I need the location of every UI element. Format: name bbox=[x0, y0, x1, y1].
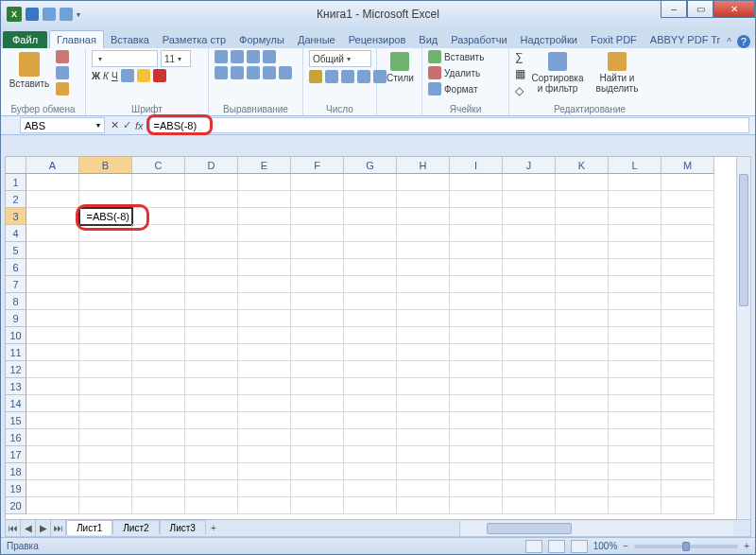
cell-C15[interactable] bbox=[132, 412, 185, 429]
cell-M5[interactable] bbox=[662, 242, 714, 259]
cell-A2[interactable] bbox=[26, 191, 79, 208]
comma-icon[interactable] bbox=[341, 70, 354, 83]
cell-M11[interactable] bbox=[662, 344, 714, 361]
sort-filter-button[interactable]: Сортировка и фильтр bbox=[529, 50, 586, 95]
cell-G1[interactable] bbox=[344, 174, 397, 191]
bold-button[interactable]: Ж bbox=[92, 71, 100, 81]
cell-A8[interactable] bbox=[26, 293, 79, 310]
cell-I4[interactable] bbox=[450, 225, 503, 242]
cell-J8[interactable] bbox=[503, 293, 556, 310]
cell-J6[interactable] bbox=[503, 259, 556, 276]
cell-L10[interactable] bbox=[609, 327, 662, 344]
cell-I9[interactable] bbox=[450, 310, 503, 327]
cell-I15[interactable] bbox=[450, 412, 503, 429]
tab-addins[interactable]: Надстройки bbox=[514, 31, 584, 48]
align-center-icon[interactable] bbox=[231, 66, 244, 79]
align-bottom-icon[interactable] bbox=[247, 50, 260, 63]
file-tab[interactable]: Файл bbox=[3, 31, 47, 48]
row-header-8[interactable]: 8 bbox=[6, 293, 26, 310]
cell-B10[interactable] bbox=[79, 327, 132, 344]
horizontal-scrollbar[interactable] bbox=[459, 521, 733, 536]
cell-I1[interactable] bbox=[450, 174, 503, 191]
cell-H8[interactable] bbox=[397, 293, 450, 310]
orientation-icon[interactable] bbox=[263, 50, 276, 63]
cell-H18[interactable] bbox=[397, 463, 450, 480]
cell-I6[interactable] bbox=[450, 259, 503, 276]
col-header-I[interactable]: I bbox=[450, 157, 503, 174]
cell-M9[interactable] bbox=[662, 310, 714, 327]
cell-E12[interactable] bbox=[238, 361, 291, 378]
cell-A15[interactable] bbox=[26, 412, 79, 429]
cell-K8[interactable] bbox=[556, 293, 609, 310]
cell-A6[interactable] bbox=[26, 259, 79, 276]
col-header-D[interactable]: D bbox=[185, 157, 238, 174]
col-header-B[interactable]: B bbox=[79, 157, 132, 174]
cell-J17[interactable] bbox=[503, 446, 556, 463]
cell-M17[interactable] bbox=[662, 446, 714, 463]
row-header-6[interactable]: 6 bbox=[6, 259, 26, 276]
cell-H16[interactable] bbox=[397, 429, 450, 446]
cell-J7[interactable] bbox=[503, 276, 556, 293]
format-painter-icon[interactable] bbox=[56, 82, 69, 95]
view-break-button[interactable] bbox=[571, 540, 588, 553]
cell-K10[interactable] bbox=[556, 327, 609, 344]
cell-D5[interactable] bbox=[185, 242, 238, 259]
cell-I20[interactable] bbox=[450, 497, 503, 514]
cell-M10[interactable] bbox=[662, 327, 714, 344]
cell-E16[interactable] bbox=[238, 429, 291, 446]
close-button[interactable]: ✕ bbox=[713, 1, 755, 18]
cell-L20[interactable] bbox=[609, 497, 662, 514]
cell-A9[interactable] bbox=[26, 310, 79, 327]
cell-C8[interactable] bbox=[132, 293, 185, 310]
row-header-20[interactable]: 20 bbox=[6, 497, 26, 514]
cell-I11[interactable] bbox=[450, 344, 503, 361]
cell-G3[interactable] bbox=[344, 208, 397, 225]
cell-K12[interactable] bbox=[556, 361, 609, 378]
cell-A17[interactable] bbox=[26, 446, 79, 463]
cell-L8[interactable] bbox=[609, 293, 662, 310]
cell-G19[interactable] bbox=[344, 480, 397, 497]
cell-I5[interactable] bbox=[450, 242, 503, 259]
cell-A12[interactable] bbox=[26, 361, 79, 378]
cell-C6[interactable] bbox=[132, 259, 185, 276]
cell-I14[interactable] bbox=[450, 395, 503, 412]
cell-M18[interactable] bbox=[662, 463, 714, 480]
row-header-15[interactable]: 15 bbox=[6, 412, 26, 429]
ribbon-min-icon[interactable]: ^ bbox=[727, 37, 731, 47]
cell-L3[interactable] bbox=[609, 208, 662, 225]
col-header-E[interactable]: E bbox=[238, 157, 291, 174]
cell-J11[interactable] bbox=[503, 344, 556, 361]
cell-J10[interactable] bbox=[503, 327, 556, 344]
cell-E1[interactable] bbox=[238, 174, 291, 191]
cell-E14[interactable] bbox=[238, 395, 291, 412]
cell-J3[interactable] bbox=[503, 208, 556, 225]
cell-D13[interactable] bbox=[185, 378, 238, 395]
cell-C13[interactable] bbox=[132, 378, 185, 395]
cell-A4[interactable] bbox=[26, 225, 79, 242]
cell-F1[interactable] bbox=[291, 174, 344, 191]
cell-H14[interactable] bbox=[397, 395, 450, 412]
cell-G9[interactable] bbox=[344, 310, 397, 327]
cell-K15[interactable] bbox=[556, 412, 609, 429]
cell-E18[interactable] bbox=[238, 463, 291, 480]
col-header-M[interactable]: M bbox=[662, 157, 714, 174]
cell-K18[interactable] bbox=[556, 463, 609, 480]
row-header-1[interactable]: 1 bbox=[6, 174, 26, 191]
cell-H20[interactable] bbox=[397, 497, 450, 514]
cell-H1[interactable] bbox=[397, 174, 450, 191]
cell-H11[interactable] bbox=[397, 344, 450, 361]
cell-B15[interactable] bbox=[79, 412, 132, 429]
cell-L9[interactable] bbox=[609, 310, 662, 327]
col-header-C[interactable]: C bbox=[132, 157, 185, 174]
hscroll-thumb[interactable] bbox=[487, 523, 572, 534]
col-header-F[interactable]: F bbox=[291, 157, 344, 174]
cell-E4[interactable] bbox=[238, 225, 291, 242]
cell-M16[interactable] bbox=[662, 429, 714, 446]
fill-button[interactable]: ▦ bbox=[515, 67, 525, 80]
cell-G20[interactable] bbox=[344, 497, 397, 514]
cells-format-button[interactable]: Формат bbox=[428, 82, 478, 95]
cell-K17[interactable] bbox=[556, 446, 609, 463]
sheet-nav-next[interactable]: ▶ bbox=[36, 520, 51, 536]
cell-J19[interactable] bbox=[503, 480, 556, 497]
col-header-A[interactable]: A bbox=[26, 157, 79, 174]
